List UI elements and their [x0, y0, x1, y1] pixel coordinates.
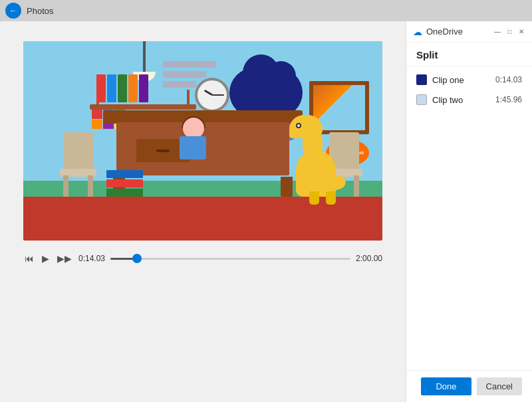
end-time: 2:00.00	[356, 254, 382, 263]
main-layout: Roving Genius	[0, 21, 532, 402]
clip-item-one: Clip one 0:14.03	[416, 74, 522, 85]
clip-one-name: Clip one	[432, 75, 464, 85]
clip-one-left: Clip one	[416, 74, 464, 85]
kid-character	[176, 118, 209, 171]
clip-item-two: Clip two 1:45.96	[416, 94, 522, 105]
back-button[interactable]: ←	[5, 3, 21, 19]
current-time: 0:14.03	[78, 254, 105, 263]
progress-track	[110, 258, 350, 260]
clip-two-name: Clip two	[432, 95, 463, 105]
minimize-button[interactable]: —	[493, 28, 501, 36]
progress-bar-container[interactable]	[110, 251, 350, 266]
window-controls: — □ ✕	[493, 28, 525, 36]
close-button[interactable]: ✕	[517, 28, 525, 36]
skip-forward-button[interactable]: ▶▶	[56, 252, 73, 265]
app-title: Photos	[27, 6, 53, 16]
video-container: Roving Genius	[23, 41, 382, 241]
shelf	[90, 104, 196, 110]
onedrive-title: OneDrive	[426, 27, 493, 37]
onedrive-icon: ☁	[413, 27, 422, 37]
onedrive-titlebar: ☁ OneDrive — □ ✕	[406, 21, 532, 43]
skip-back-button[interactable]: ⏮	[23, 252, 35, 265]
progress-thumb[interactable]	[132, 254, 142, 263]
done-button[interactable]: Done	[421, 377, 471, 395]
clock	[195, 78, 229, 112]
play-button[interactable]: ▶	[41, 252, 51, 265]
desk-books	[106, 170, 143, 197]
clip-two-left: Clip two	[416, 94, 463, 105]
clip-one-duration: 0:14.03	[495, 75, 522, 84]
clip-two-duration: 1:45.96	[495, 95, 522, 104]
cancel-button[interactable]: Cancel	[477, 377, 522, 395]
title-bar: ← Photos	[0, 0, 532, 21]
photos-panel: Roving Genius	[0, 21, 406, 402]
chair-left	[60, 124, 96, 197]
shelf-books	[96, 74, 148, 102]
scene: Roving Genius	[23, 41, 382, 241]
maximize-button[interactable]: □	[505, 28, 513, 36]
back-icon: ←	[9, 6, 17, 15]
split-panel: ☁ OneDrive — □ ✕ Split Clip one 0:14.03	[406, 21, 532, 402]
clip-one-color	[416, 74, 427, 85]
clip-two-color	[416, 94, 427, 105]
split-header: Split	[406, 43, 532, 66]
dino-character	[286, 110, 346, 197]
split-footer: Done Cancel	[406, 370, 532, 402]
clips-list: Clip one 0:14.03 Clip two 1:45.96	[406, 66, 532, 370]
video-controls: ⏮ ▶ ▶▶ 0:14.03 2:00.00	[23, 251, 382, 266]
